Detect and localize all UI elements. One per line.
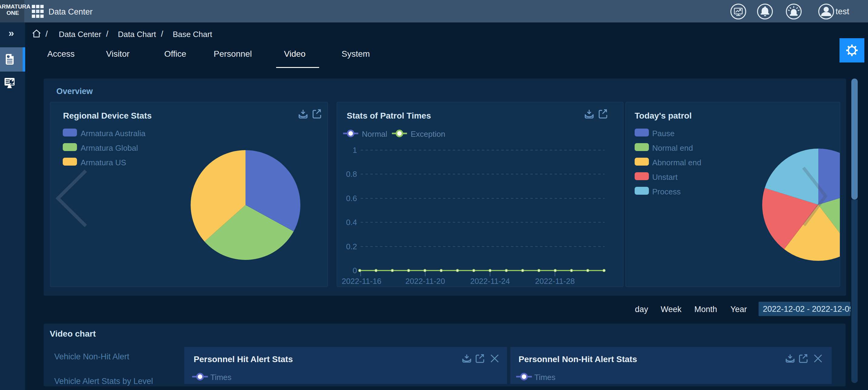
svg-text:2022-11-16: 2022-11-16: [342, 277, 381, 286]
svg-text:0.4: 0.4: [346, 218, 357, 227]
svg-text:1: 1: [353, 146, 357, 155]
svg-text:0.8: 0.8: [346, 170, 357, 179]
svg-text:2022-11-28: 2022-11-28: [535, 277, 575, 286]
svg-text:0.6: 0.6: [346, 194, 357, 203]
svg-text:2022-11-20: 2022-11-20: [405, 277, 445, 286]
svg-text:2022-11-24: 2022-11-24: [470, 277, 510, 286]
svg-text:0: 0: [353, 266, 357, 275]
svg-text:0.2: 0.2: [346, 242, 357, 251]
